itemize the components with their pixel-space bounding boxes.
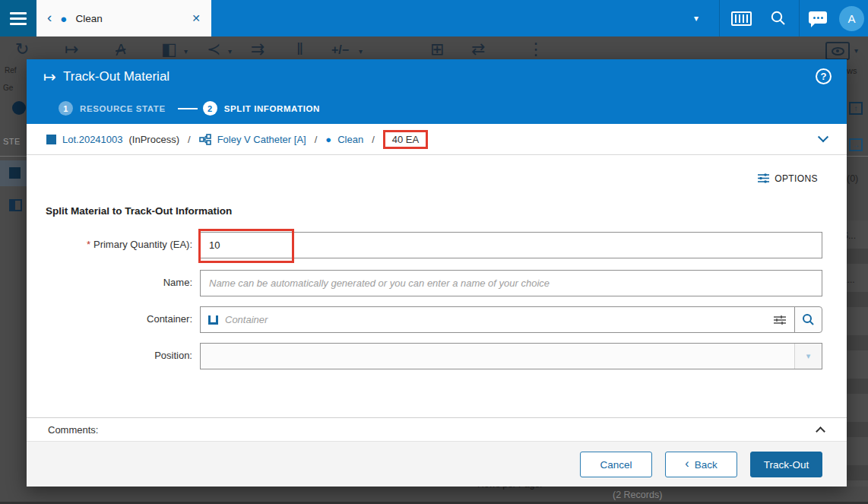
comments-label: Comments:	[48, 424, 98, 436]
track-out-box-icon: →	[849, 138, 863, 151]
container-input[interactable]: Container	[200, 306, 795, 333]
name-row: Name:	[27, 270, 847, 298]
swap-toolbar-icon: ⇄	[471, 40, 485, 59]
adjust-caret-icon: ▾	[359, 47, 363, 55]
step-status-dot-icon	[12, 101, 26, 115]
back-chevron-icon: ‹	[685, 457, 689, 471]
topbar-dropdown-caret-icon[interactable]: ▾	[694, 13, 699, 24]
left-tab-selected	[0, 160, 27, 186]
step-2-label[interactable]: SPLIT INFORMATION	[224, 104, 320, 113]
table-rows-fragment	[846, 220, 868, 487]
divider	[0, 156, 27, 157]
track-out-button[interactable]: Track-Out	[750, 452, 822, 477]
square-tab-icon	[9, 167, 21, 179]
views-label-fragment: ws	[847, 66, 857, 75]
merge-toolbar-icon: ⇉	[251, 40, 265, 59]
dialog-title: Track-Out Material	[63, 69, 169, 84]
comments-section-header[interactable]: Comments:	[27, 417, 847, 441]
section-title: Split Material to Track-Out Information	[46, 205, 232, 217]
breadcrumb-lot-link[interactable]: Lot.20241003	[62, 134, 123, 145]
position-select[interactable]: ▾	[200, 343, 822, 369]
track-out-material-dialog: ↦ Track-Out Material ? 1 RESOURCE STATE …	[27, 59, 847, 487]
lot-square-icon	[46, 135, 56, 144]
options-button[interactable]: OPTIONS	[757, 173, 818, 184]
step-1-circle[interactable]: 1	[59, 101, 73, 116]
container-icon	[208, 315, 218, 325]
avatar[interactable]: A	[839, 6, 864, 31]
product-flow-icon	[199, 134, 211, 145]
advanced-filter-icon[interactable]	[773, 315, 787, 325]
hold-toolbar-icon: ‖	[296, 40, 303, 59]
primary-quantity-input[interactable]	[200, 232, 822, 258]
magnifier-icon	[802, 313, 815, 326]
track-out-icon: ↦	[43, 68, 56, 86]
toolbar-label-fragment: Ref	[5, 66, 17, 74]
barcode-scan-icon[interactable]	[731, 11, 752, 26]
split-caret-icon: ▾	[184, 47, 188, 55]
app-root: ↻ ↦ A ◧ ▾ ≺ ▾ ⇉ ‖ +/− ▾ ⊞ ⇄ ⋮ ▾ Ref Ge w…	[0, 0, 868, 504]
tab-close-icon[interactable]: ✕	[192, 12, 201, 24]
help-icon[interactable]: ?	[816, 68, 832, 84]
adjust-toolbar-icon: +/−	[331, 43, 349, 57]
eye-pupil	[836, 49, 839, 52]
top-bar: ‹ ● Clean ✕ ▾ A	[0, 0, 868, 36]
container-label: Container:	[27, 313, 192, 325]
container-placeholder: Container	[225, 314, 766, 325]
divider	[847, 156, 868, 157]
primary-quantity-label-text: Primary Quantity (EA):	[93, 239, 192, 250]
views-eye-icon	[825, 42, 850, 60]
share-caret-icon: ▾	[228, 47, 232, 55]
step-1-label[interactable]: RESOURCE STATE	[80, 104, 166, 113]
dialog-footer: Cancel ‹Back Track-Out	[27, 441, 847, 487]
container-row: Container: Container	[27, 306, 847, 334]
split-toolbar-icon: ◧	[161, 40, 177, 59]
arrow-up-icon: ↑	[854, 104, 858, 113]
chat-icon[interactable]	[809, 11, 827, 24]
split-view-tab-icon	[9, 199, 22, 211]
grid-toolbar-icon: ⊞	[430, 40, 444, 59]
eye-glyph	[832, 47, 844, 55]
step-connector	[178, 108, 198, 109]
hamburger-menu-button[interactable]	[0, 0, 36, 36]
tab-status-dot-icon: ●	[60, 12, 67, 25]
back-button[interactable]: ‹Back	[665, 452, 737, 477]
breadcrumb-product-link[interactable]: Foley V Catheter [A]	[217, 134, 306, 145]
primary-quantity-label: *Primary Quantity (EA):	[27, 239, 192, 250]
count-badge-fragment: (0)	[847, 173, 858, 184]
arrow-right-icon: →	[852, 141, 860, 149]
tab-clean[interactable]: ‹ ● Clean ✕	[36, 0, 211, 36]
container-search-button[interactable]	[794, 306, 822, 333]
cancel-button[interactable]: Cancel	[580, 452, 652, 477]
more-toolbar-icon: ⋮	[527, 40, 544, 59]
breadcrumb-separator: /	[188, 134, 191, 145]
breadcrumb-separator: /	[372, 134, 375, 145]
views-caret-icon: ▾	[854, 46, 858, 55]
collapse-chevron-icon[interactable]	[816, 426, 825, 436]
toolbar-label-fragment: Ge	[3, 84, 13, 92]
name-input[interactable]	[200, 270, 822, 296]
breadcrumb: Lot.20241003 (InProcess) / Foley V Cathe…	[27, 124, 847, 155]
position-label: Position:	[27, 350, 192, 361]
track-in-box-icon: ↑	[849, 102, 863, 115]
dialog-header: ↦ Track-Out Material ? 1 RESOURCE STATE …	[27, 59, 847, 124]
options-label: OPTIONS	[775, 173, 818, 184]
name-label: Name:	[27, 277, 192, 288]
position-caret-icon[interactable]: ▾	[794, 344, 822, 369]
search-icon[interactable]	[770, 10, 787, 27]
quantity-highlighted: 40 EA	[383, 130, 428, 149]
breadcrumb-step-link[interactable]: Clean	[337, 134, 363, 145]
step-2-circle[interactable]: 2	[203, 101, 217, 116]
refresh-toolbar-icon: ↻	[15, 40, 29, 59]
breadcrumb-separator: /	[315, 134, 318, 145]
record-count-label: (2 Records)	[613, 490, 662, 500]
tab-label: Clean	[75, 13, 185, 24]
tab-back-chevron-icon[interactable]: ‹	[47, 9, 52, 26]
back-label: Back	[695, 459, 718, 471]
options-sliders-icon	[757, 173, 770, 184]
position-row: Position: ▾	[27, 343, 847, 371]
step-status-dot-icon: ●	[325, 134, 331, 145]
divider	[719, 0, 720, 36]
lot-state-label: (InProcess)	[129, 134, 179, 145]
track-out-toolbar-icon: ↦	[65, 40, 78, 59]
breadcrumb-expand-chevron-icon[interactable]	[818, 132, 828, 142]
